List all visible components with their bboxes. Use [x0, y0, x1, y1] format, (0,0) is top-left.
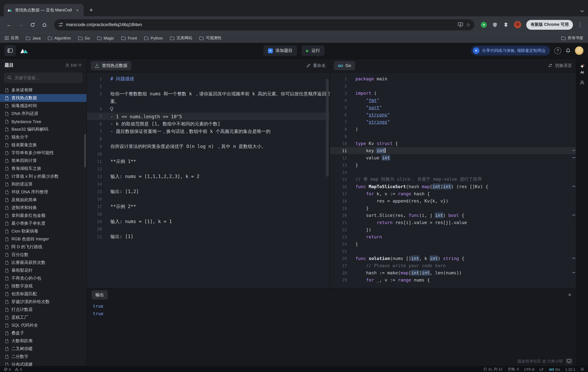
problem-line[interactable]: 1# 问题描述	[87, 75, 330, 83]
problem-line[interactable]: 11**示例 1**	[87, 158, 330, 165]
code-line[interactable]: 5 "sort"	[330, 104, 576, 111]
sidebar-item[interactable]: 打点计数器	[0, 306, 87, 313]
sidebar-item[interactable]: 暴雨梨花针	[0, 267, 87, 274]
forward-button[interactable]: →	[16, 20, 26, 30]
problem-line[interactable]: 7- 题目数据保证答案唯一，换句话说，数组中前 k 个高频元素的集合是唯一的	[87, 128, 330, 135]
address-bar[interactable]: marscode.cn/practice/8e6q246q18l4en ☆	[54, 19, 474, 30]
sidebar-item[interactable]: SQL 代码补全	[0, 321, 87, 329]
problem-line[interactable]: 16	[87, 195, 330, 203]
sidebar-item[interactable]: DNA 序列还原	[0, 110, 87, 118]
tab-search-chevron-icon[interactable]	[580, 10, 584, 12]
code-line[interactable]: 14	[330, 168, 576, 176]
reload-button[interactable]	[27, 20, 38, 30]
problem-line[interactable]: 5- 1 <= nums.length <= 10^5	[87, 113, 330, 120]
ai-assistant-button[interactable]: AI	[579, 64, 585, 74]
code-line[interactable]: 16func MapToSliceSort(hash map[int]int) …	[330, 183, 576, 190]
bookmark-item[interactable]: 可观测性	[200, 35, 222, 41]
back-button[interactable]: ←	[4, 20, 14, 30]
runtime-version[interactable]: 1.22.1	[565, 367, 575, 371]
sidebar-item[interactable]: 创意标题匹配	[0, 290, 87, 298]
code-line[interactable]: 3import (	[330, 90, 576, 97]
problem-line[interactable]: 2	[87, 83, 330, 90]
sidebar-item[interactable]: 字符串有多少种可能性	[0, 149, 87, 157]
sidebar-item[interactable]: 分布式团建	[0, 361, 87, 366]
code-line[interactable]: 9	[330, 133, 576, 140]
browser-tab[interactable]: 查找热点数据 — 豆包 MarsCod... ×	[4, 4, 84, 16]
assistant-person-button[interactable]	[579, 80, 585, 85]
problem-line[interactable]: 21输出: [1]	[87, 233, 330, 240]
problem-scrollbar[interactable]	[326, 79, 329, 177]
problem-line[interactable]: 10	[87, 150, 330, 158]
sidebar-item[interactable]: 阿 D 的飞行路线	[0, 243, 87, 251]
home-button[interactable]	[39, 20, 50, 30]
code-line[interactable]: 20 sort.Slice(res, func(i, j int) bool {	[330, 212, 576, 219]
extension-shield-icon[interactable]	[490, 20, 500, 30]
sidebar-item[interactable]: 环状 DNA 序列整理	[0, 188, 87, 196]
cursor-position[interactable]: 行 11, 列 12	[483, 367, 503, 372]
sidebar-item[interactable]: 二分数字	[0, 353, 87, 361]
search-box[interactable]	[4, 72, 83, 83]
sidebar-item[interactable]: 拿到最多红包金额	[0, 212, 87, 219]
code-line[interactable]: 18 res = append(res, Kv{k, v})	[330, 197, 576, 205]
code-line[interactable]: 21 return res[i].value > res[j].value	[330, 219, 576, 226]
sidebar-item[interactable]: 叠盘子	[0, 329, 87, 337]
code-line[interactable]: 25	[330, 248, 576, 255]
problems-warnings[interactable]: 0	[15, 367, 22, 371]
code-line[interactable]: 15// 将 map 转换为 slice， 并基于 map-value 进行了排…	[330, 176, 576, 183]
code-line[interactable]: 10type Kv struct {	[330, 140, 576, 147]
code-line[interactable]: 2	[330, 82, 576, 90]
problem-line[interactable]: 13输入: nums = [1,1,1,2,2,3], k = 2	[87, 173, 330, 180]
sidebar-item[interactable]: 大数和距离	[0, 337, 87, 345]
tab-close-icon[interactable]: ×	[74, 7, 80, 13]
problem-line[interactable]: 20	[87, 225, 330, 233]
problems-errors[interactable]: 0	[4, 367, 11, 371]
code-line[interactable]: 19 }	[330, 205, 576, 212]
bookmark-item[interactable]: Algorithm	[48, 36, 71, 40]
extension-green-icon[interactable]: +	[479, 20, 489, 30]
code-line[interactable]: 23 return	[330, 233, 576, 240]
user-avatar[interactable]	[575, 46, 583, 55]
code-line[interactable]: 29 for _, v := range nums {	[330, 276, 576, 283]
promo-banner-button[interactable]: ✦ 分享代码练习体验, 领限量定制周边	[471, 46, 550, 55]
bookmark-item[interactable]: 完美网站	[170, 35, 192, 41]
code-editor[interactable]: 1package main23import (4 "fmt"5 "sort"6 …	[330, 72, 576, 288]
problem-line[interactable]: 9你所设计算法的时间复杂度必须优于 O(n log n) ，其中 n 是数组大小…	[87, 143, 330, 150]
search-input[interactable]	[14, 75, 79, 80]
bookmark-apps[interactable]: 应用	[5, 35, 19, 41]
problem-line[interactable]: 8	[87, 135, 330, 143]
sidebar-item[interactable]: 蛋糕工厂	[0, 313, 87, 321]
encoding[interactable]: UTF-8	[524, 367, 534, 371]
problem-title-chip[interactable]: 查找热点数据	[91, 61, 131, 70]
sidebar-item[interactable]: 猜数字游戏	[0, 282, 87, 290]
sidebar-toggle-button[interactable]	[5, 45, 16, 56]
problem-line[interactable]: 案。	[87, 98, 330, 105]
bookmark-star-icon[interactable]: ☆	[466, 22, 471, 28]
sidebar-item[interactable]: 猫鱼分干	[0, 133, 87, 141]
language-mode[interactable]: GO Go	[549, 367, 560, 371]
code-line[interactable]: 8)	[330, 125, 576, 133]
problem-line[interactable]: 17**示例 2**	[87, 203, 330, 210]
sidebar-item[interactable]: 多米诺骨牌	[0, 86, 87, 94]
code-line[interactable]: 7 "strings"	[330, 118, 576, 125]
sidebar-item[interactable]: 不再贪心的小包	[0, 274, 87, 282]
sidebar-item[interactable]: 最小替换子串长度	[0, 219, 87, 227]
sidebar-item[interactable]: RGB 色值转 Integer	[0, 235, 87, 243]
notifications-bell-icon[interactable]	[566, 48, 571, 53]
screen-share-icon[interactable]	[566, 358, 573, 364]
sidebar-item[interactable]: Cion 勒索病毒	[0, 227, 87, 235]
sidebar-item[interactable]: 计算值 x 到 y 的最少步数	[0, 172, 87, 180]
sidebar-item[interactable]: Base32 编码和解码	[0, 125, 87, 133]
chrome-update-chip[interactable]: 有新版 Chrome 可用	[526, 20, 573, 30]
browser-menu-icon[interactable]: ⋮	[576, 21, 584, 28]
output-tab[interactable]: 输出	[92, 290, 108, 300]
browser-profile-avatar[interactable]	[514, 21, 522, 29]
rename-button[interactable]: 重命名	[306, 62, 326, 68]
eol-setting[interactable]: LF	[539, 367, 544, 371]
code-line[interactable]: 4 "fmt"	[330, 97, 576, 104]
problem-line[interactable]: 15输出: [1,2]	[87, 188, 330, 195]
output-close-icon[interactable]: ×	[568, 292, 571, 298]
code-line[interactable]: 24}	[330, 240, 576, 248]
bookmark-item[interactable]: Front	[121, 36, 137, 40]
site-settings-icon[interactable]	[58, 22, 63, 27]
sidebar-item[interactable]: 青海湖租车之旅	[0, 165, 87, 172]
